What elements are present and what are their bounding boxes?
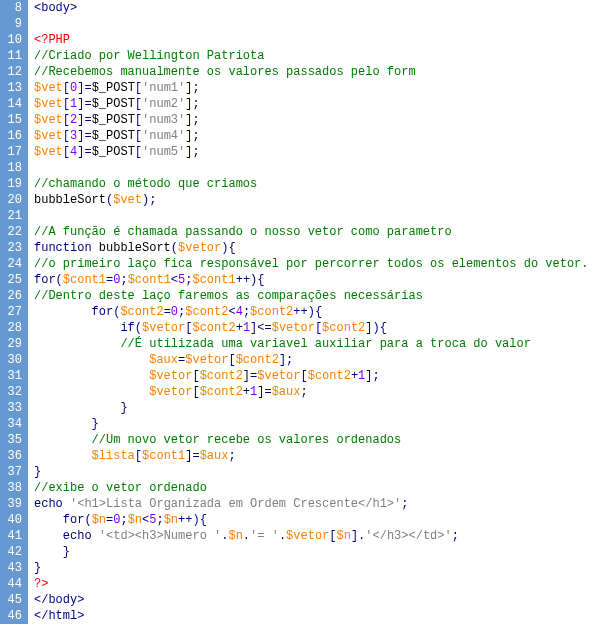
token-navy: echo xyxy=(34,497,70,511)
token-navy: ]= xyxy=(77,129,91,143)
token-orange: $cont2 xyxy=(200,385,243,399)
token-navy: ]; xyxy=(185,81,199,95)
token-navy: [ xyxy=(135,449,142,463)
line-number: 11 xyxy=(4,48,22,64)
code-line: $vet[3]=$_POST['num4']; xyxy=(34,128,589,144)
code-line: //chamando o método que criamos xyxy=(34,176,589,192)
token-navy: ){ xyxy=(221,241,235,255)
token-orange: $lista xyxy=(92,449,135,463)
token-orange: $vet xyxy=(34,97,63,111)
token-black xyxy=(34,529,63,543)
token-green: //Recebemos manualmente os valores passa… xyxy=(34,65,416,79)
token-gray: '</h3></td>' xyxy=(365,529,451,543)
token-navy: [ xyxy=(135,113,142,127)
token-orange: $vetor xyxy=(178,241,221,255)
token-gray: 'num4' xyxy=(142,129,185,143)
token-navy: if( xyxy=(120,321,142,335)
token-navy: ]= xyxy=(243,369,257,383)
code-line: $lista[$cont1]=$aux; xyxy=(34,448,589,464)
code-line: $vet[1]=$_POST['num2']; xyxy=(34,96,589,112)
token-orange: $vet xyxy=(34,145,63,159)
line-number: 22 xyxy=(4,224,22,240)
token-navy: ; xyxy=(156,513,163,527)
token-navy: < xyxy=(171,273,178,287)
token-orange: $vet xyxy=(34,129,63,143)
token-orange: $vetor xyxy=(142,321,185,335)
line-number: 36 xyxy=(4,448,22,464)
token-navy: ]; xyxy=(365,369,379,383)
token-navy: </body> xyxy=(34,593,84,607)
code-line: //Um novo vetor recebe os valores ordena… xyxy=(34,432,589,448)
token-green: //o primeiro laço fica responsável por p… xyxy=(34,257,589,271)
token-black xyxy=(34,321,120,335)
token-navy: ; xyxy=(228,449,235,463)
token-navy: ]<= xyxy=(250,321,272,335)
token-navy: ]){ xyxy=(365,321,387,335)
token-navy: ; xyxy=(300,385,307,399)
token-orange: $aux xyxy=(200,449,229,463)
token-orange: $n xyxy=(92,513,106,527)
token-black xyxy=(34,369,149,383)
line-number: 39 xyxy=(4,496,22,512)
token-black: $_POST xyxy=(92,113,135,127)
line-number: 19 xyxy=(4,176,22,192)
code-line: ?> xyxy=(34,576,589,592)
line-number: 23 xyxy=(4,240,22,256)
token-navy: <body> xyxy=(34,1,77,15)
token-navy: [ xyxy=(135,145,142,159)
token-orange: $n xyxy=(228,529,242,543)
code-editor: 8910111213141516171819202122232425262728… xyxy=(0,0,599,624)
code-line: </body> xyxy=(34,592,589,608)
token-black xyxy=(34,545,63,559)
code-line: } xyxy=(34,560,589,576)
code-line: } xyxy=(34,400,589,416)
code-line: } xyxy=(34,544,589,560)
token-navy: ]; xyxy=(185,113,199,127)
token-navy: [ xyxy=(63,145,70,159)
code-line: echo '<td><h3>Numero '.$n.'= '.$vetor[$n… xyxy=(34,528,589,544)
line-number: 35 xyxy=(4,432,22,448)
token-orange: $cont1 xyxy=(192,273,235,287)
token-green: //A função é chamada passando o nosso ve… xyxy=(34,225,452,239)
token-orange: $cont2 xyxy=(322,321,365,335)
token-orange: $vet xyxy=(34,81,63,95)
token-navy: echo xyxy=(63,529,99,543)
token-black: $_POST xyxy=(92,81,135,95)
code-line: } xyxy=(34,464,589,480)
token-orange: $vetor xyxy=(149,385,192,399)
line-number: 28 xyxy=(4,320,22,336)
token-navy: } xyxy=(34,561,41,575)
token-navy: [ xyxy=(63,81,70,95)
line-number: 12 xyxy=(4,64,22,80)
token-navy: for( xyxy=(63,513,92,527)
token-black xyxy=(34,449,92,463)
token-black xyxy=(34,337,120,351)
token-orange: $vetor xyxy=(185,353,228,367)
token-navy: ]= xyxy=(77,97,91,111)
token-navy: ]= xyxy=(77,113,91,127)
token-navy: [ xyxy=(192,369,199,383)
token-navy: ]; xyxy=(185,145,199,159)
token-navy: } xyxy=(63,545,70,559)
token-black xyxy=(34,433,92,447)
token-orange: $vetor xyxy=(257,369,300,383)
line-number: 29 xyxy=(4,336,22,352)
token-orange: $vet xyxy=(113,193,142,207)
code-line: //A função é chamada passando o nosso ve… xyxy=(34,224,589,240)
token-navy: </html> xyxy=(34,609,84,623)
code-line: //Recebemos manualmente os valores passa… xyxy=(34,64,589,80)
token-navy: ++){ xyxy=(178,513,207,527)
code-area: <body> <?PHP//Criado por Wellington Patr… xyxy=(28,0,589,624)
line-number: 18 xyxy=(4,160,22,176)
token-navy: ; xyxy=(120,273,127,287)
token-navy: ; xyxy=(401,497,408,511)
line-number: 44 xyxy=(4,576,22,592)
line-number: 8 xyxy=(4,0,22,16)
line-number: 13 xyxy=(4,80,22,96)
line-number: 46 xyxy=(4,608,22,624)
token-orange: $n xyxy=(128,513,142,527)
line-number: 20 xyxy=(4,192,22,208)
token-gray: 'num1' xyxy=(142,81,185,95)
token-navy: ]; xyxy=(185,97,199,111)
token-orange: $vetor xyxy=(272,321,315,335)
